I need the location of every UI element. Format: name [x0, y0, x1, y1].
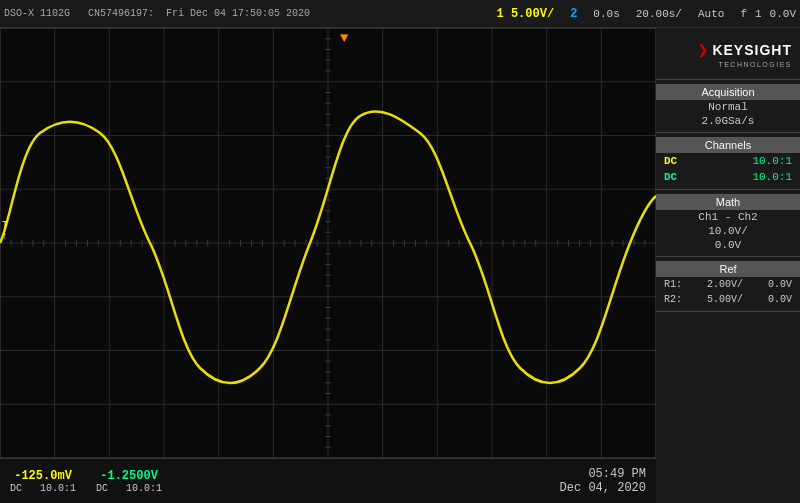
ch2-panel-label: DC: [664, 171, 677, 183]
acquisition-rate: 2.0GSa/s: [656, 114, 800, 128]
ref-header[interactable]: Ref: [656, 261, 800, 277]
r2-row: R2: 5.00V/ 0.0V: [656, 292, 800, 307]
ch2-row[interactable]: DC 10.0:1: [656, 169, 800, 185]
acquisition-header[interactable]: Acquisition: [656, 84, 800, 100]
clock-display: 05:49 PM Dec 04, 2020: [560, 467, 646, 495]
ch1-ground-marker: T↑: [2, 220, 8, 242]
acquisition-section: Acquisition Normal 2.0GSa/s: [656, 80, 800, 133]
trigger-mode-display[interactable]: Auto: [698, 8, 724, 20]
ch2-probe-value: 10.0:1: [752, 171, 792, 183]
timebase-display[interactable]: 20.00s/: [636, 8, 682, 20]
right-panel: ❯ KEYSIGHT TECHNOLOGIES Acquisition Norm…: [656, 28, 800, 503]
acquisition-mode: Normal: [656, 100, 800, 114]
keysight-brand: ❯ KEYSIGHT: [698, 39, 792, 61]
ch1-bottom-info: -125.0mV DC 10.0:1: [10, 469, 76, 494]
ch1-row[interactable]: DC 10.0:1: [656, 153, 800, 169]
time-display: 0.0s: [593, 8, 619, 20]
channels-section: Channels DC 10.0:1 DC 10.0:1: [656, 133, 800, 190]
ch2-voltage-reading: -1.2500V: [100, 469, 158, 483]
r2-label: R2:: [664, 294, 682, 305]
keysight-brand-text: KEYSIGHT: [712, 42, 792, 58]
ch2-coupling-reading: DC 10.0:1: [96, 483, 162, 494]
r2-offset: 0.0V: [768, 294, 792, 305]
ref-section: Ref R1: 2.00V/ 0.0V R2: 5.00V/ 0.0V: [656, 257, 800, 312]
r1-row: R1: 2.00V/ 0.0V: [656, 277, 800, 292]
channels-header[interactable]: Channels: [656, 137, 800, 153]
top-bar: DSO-X 1102G CN57496197: Fri Dec 04 17:50…: [0, 0, 800, 28]
r1-offset: 0.0V: [768, 279, 792, 290]
trig-label: f: [740, 8, 747, 20]
math-header[interactable]: Math: [656, 194, 800, 210]
r1-scale: 2.00V/: [707, 279, 743, 290]
keysight-logo: ❯ KEYSIGHT TECHNOLOGIES: [698, 39, 792, 68]
keysight-chevron-icon: ❯: [698, 39, 709, 61]
scope-display[interactable]: ▼ T↑ -125.0mV DC 10.0:1 -1.2500V DC 10.0…: [0, 28, 656, 503]
ch1-voltage-reading: -125.0mV: [14, 469, 72, 483]
math-section: Math Ch1 - Ch2 10.0V/ 0.0V: [656, 190, 800, 257]
ch1-probe-value: 10.0:1: [752, 155, 792, 167]
math-scale: 10.0V/: [656, 224, 800, 238]
instrument-id: DSO-X 1102G CN57496197: Fri Dec 04 17:50…: [4, 8, 497, 19]
ch1-scale-display[interactable]: 1 5.00V/: [497, 7, 555, 21]
ch1-panel-label: DC: [664, 155, 677, 167]
trig-level: 0.0V: [770, 8, 796, 20]
scope-bottom-bar: -125.0mV DC 10.0:1 -1.2500V DC 10.0:1 05…: [0, 458, 656, 503]
r2-scale: 5.00V/: [707, 294, 743, 305]
trig-channel: 1: [755, 8, 762, 20]
math-offset: 0.0V: [656, 238, 800, 252]
logo-area: ❯ KEYSIGHT TECHNOLOGIES: [656, 28, 800, 80]
ch2-bottom-info: -1.2500V DC 10.0:1: [96, 469, 162, 494]
ch1-coupling-reading: DC 10.0:1: [10, 483, 76, 494]
waveform-svg: [0, 28, 656, 458]
ch1-waveform: [0, 111, 656, 383]
ch2-label-display[interactable]: 2: [570, 7, 577, 21]
r1-label: R1:: [664, 279, 682, 290]
trigger-marker: ▼: [340, 30, 348, 46]
math-formula: Ch1 - Ch2: [656, 210, 800, 224]
keysight-sub-text: TECHNOLOGIES: [718, 61, 792, 68]
main-area: ▼ T↑ -125.0mV DC 10.0:1 -1.2500V DC 10.0…: [0, 28, 800, 503]
